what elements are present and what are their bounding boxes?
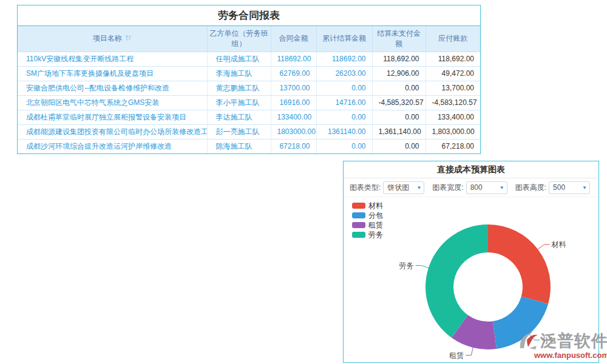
- chart-height-control: 图表高度: 500 ▼: [515, 181, 590, 194]
- column-header-unpaid_amount: 结算未支付金额: [372, 26, 426, 52]
- column-header-label: 乙方单位（劳务班组）: [210, 29, 268, 48]
- pie-slice-0[interactable]: [488, 224, 551, 304]
- cell-project: 成都沙河环境综合提升改造运河护岸维修改造: [18, 139, 207, 153]
- cell-settled_amount: 26203.00: [316, 66, 372, 81]
- legend-swatch: [352, 232, 365, 238]
- column-header-label: 累计结算金额: [322, 34, 366, 42]
- chart-type-control: 图表类型: 饼状图 ▼: [350, 181, 424, 194]
- chart-width-select[interactable]: 800 ▼: [466, 181, 507, 194]
- cell-contract_amount: 133400.00: [271, 110, 316, 124]
- chart-type-label: 图表类型:: [350, 183, 381, 193]
- label-leader-line: [416, 266, 429, 268]
- chart-width-control: 图表宽度: 800 ▼: [432, 181, 507, 194]
- chevron-down-icon: ▼: [500, 182, 504, 194]
- cell-settled_amount: 1361140.00: [316, 124, 372, 139]
- project-link[interactable]: 北京朝阳区电气中芯特气系统之GMS安装: [26, 98, 159, 107]
- slice-label: 劳务: [399, 261, 414, 270]
- watermark-brand: 泛普软件: [540, 333, 607, 349]
- labor-contract-report-panel: 劳务合同报表 项目名称乙方单位（劳务班组）合同金额累计结算金额结算未支付金额应付…: [17, 5, 481, 154]
- table-header-row: 项目名称乙方单位（劳务班组）合同金额累计结算金额结算未支付金额应付账款: [18, 26, 480, 52]
- cell-settled_amount: 0.00: [316, 81, 372, 95]
- slice-label: 租赁: [449, 351, 464, 360]
- legend-item-1[interactable]: 分包: [352, 211, 383, 220]
- column-header-payable_amount: 应付账款: [426, 26, 480, 52]
- label-leader-line: [466, 348, 473, 356]
- cell-contract_amount: 13700.00: [271, 81, 316, 95]
- column-header-unit: 乙方单位（劳务班组）: [207, 26, 271, 52]
- cell-project: SM广场地下车库更换摄像机及硬盘项目: [18, 66, 207, 81]
- project-link[interactable]: 成都沙河环境综合提升改造运河护岸维修改造: [26, 142, 172, 150]
- legend-label: 劳务: [368, 231, 383, 239]
- cell-unit: 任明成施工队: [207, 52, 271, 66]
- slice-label: 材料: [551, 240, 566, 249]
- legend-item-3[interactable]: 劳务: [352, 231, 383, 239]
- chart-title: 直接成本预算图表: [344, 161, 599, 178]
- cell-contract_amount: 67218.00: [271, 139, 316, 153]
- cell-unpaid_amount: 12,906.00: [372, 66, 426, 81]
- cell-contract_amount: 1803000.00: [271, 124, 316, 139]
- cell-settled_amount: 118692.00: [316, 52, 372, 66]
- cell-payable_amount: 133,400.00: [426, 110, 480, 124]
- table-row[interactable]: 安徽合肥供电公司--配电设备检修维护和改造黄志鹏施工队13700.000.000…: [18, 81, 480, 95]
- table-row[interactable]: 成都杜甫草堂临时展厅独立展柜报警设备安装项目李达施工队133400.000.00…: [18, 110, 480, 124]
- legend-item-0[interactable]: 材料: [352, 201, 383, 210]
- table-row[interactable]: 成都沙河环境综合提升改造运河护岸维修改造陈海施工队67218.000.000.0…: [18, 139, 480, 153]
- cell-settled_amount: 0.00: [316, 110, 372, 124]
- column-header-label: 项目名称: [93, 34, 122, 42]
- chart-width-label: 图表宽度:: [432, 183, 463, 193]
- label-leader-line: [538, 244, 549, 249]
- cell-unpaid_amount: -4,585,320.57: [372, 95, 426, 110]
- cell-payable_amount: 13,700.00: [426, 81, 480, 95]
- project-link[interactable]: 成都能源建设集团投资有限公司临时办公场所装修改造工程EPC: [26, 127, 207, 136]
- cell-payable_amount: 49,472.00: [426, 66, 480, 81]
- cell-unpaid_amount: 0.00: [372, 139, 426, 153]
- project-link[interactable]: SM广场地下车库更换摄像机及硬盘项目: [26, 69, 154, 78]
- cell-payable_amount: 118,692.00: [426, 52, 480, 66]
- report-title: 劳务合同报表: [18, 5, 480, 26]
- project-link[interactable]: 110kV安徽线程集变开断线路工程: [26, 55, 134, 63]
- report-table-body: 110kV安徽线程集变开断线路工程任明成施工队118692.00118692.0…: [18, 52, 480, 153]
- cell-payable_amount: 1,803,000.00: [426, 124, 480, 139]
- cell-unit: 黄志鹏施工队: [207, 81, 271, 95]
- cell-unpaid_amount: 0.00: [372, 110, 426, 124]
- cell-unit: 李小平施工队: [207, 95, 271, 110]
- chart-height-value: 500: [553, 183, 565, 192]
- chevron-down-icon: ▼: [416, 182, 421, 194]
- chart-type-select[interactable]: 饼状图 ▼: [383, 181, 424, 194]
- chart-height-select[interactable]: 500 ▼: [549, 181, 590, 194]
- project-link[interactable]: 成都杜甫草堂临时展厅独立展柜报警设备安装项目: [26, 113, 186, 121]
- column-header-project[interactable]: 项目名称: [18, 26, 207, 52]
- cell-unit: 李海施工队: [207, 66, 271, 81]
- report-table: 项目名称乙方单位（劳务班组）合同金额累计结算金额结算未支付金额应付账款 110k…: [18, 26, 480, 153]
- cell-contract_amount: 62769.00: [271, 66, 316, 81]
- column-header-label: 合同金额: [279, 34, 308, 42]
- cell-unit: 李达施工队: [207, 110, 271, 124]
- cell-unit: 彭一亮施工队: [207, 124, 271, 139]
- cell-payable_amount: 67,218.00: [426, 139, 480, 153]
- cell-settled_amount: 14716.00: [316, 95, 372, 110]
- watermark-top: 泛普软件: [518, 331, 607, 351]
- sort-icon[interactable]: [125, 35, 132, 43]
- legend-label: 材料: [368, 201, 383, 210]
- cell-unpaid_amount: 118,692.00: [372, 52, 426, 66]
- column-header-label: 应付账款: [438, 34, 467, 42]
- cell-contract_amount: 118692.00: [271, 52, 316, 66]
- cell-project: 成都杜甫草堂临时展厅独立展柜报警设备安装项目: [18, 110, 207, 124]
- cell-payable_amount: -4,583,120.57: [426, 95, 480, 110]
- column-header-settled_amount: 累计结算金额: [316, 26, 372, 52]
- cell-unpaid_amount: 0.00: [372, 81, 426, 95]
- cell-project: 成都能源建设集团投资有限公司临时办公场所装修改造工程EPC: [18, 124, 207, 139]
- legend-item-2[interactable]: 租赁: [352, 221, 383, 229]
- project-link[interactable]: 安徽合肥供电公司--配电设备检修维护和改造: [26, 84, 169, 92]
- chart-type-value: 饼状图: [387, 183, 409, 192]
- cell-project: 110kV安徽线程集变开断线路工程: [18, 52, 207, 66]
- fanpu-watermark: 泛普软件 www.fanpusoft.com: [518, 331, 607, 359]
- table-row[interactable]: 110kV安徽线程集变开断线路工程任明成施工队118692.00118692.0…: [18, 52, 480, 66]
- table-row[interactable]: SM广场地下车库更换摄像机及硬盘项目李海施工队62769.0026203.001…: [18, 66, 480, 81]
- fanpu-logo-icon: [518, 331, 539, 351]
- legend-swatch: [352, 222, 365, 228]
- table-row[interactable]: 北京朝阳区电气中芯特气系统之GMS安装李小平施工队16916.0014716.0…: [18, 95, 480, 110]
- chart-width-value: 800: [470, 183, 483, 192]
- table-row[interactable]: 成都能源建设集团投资有限公司临时办公场所装修改造工程EPC彭一亮施工队18030…: [18, 124, 480, 139]
- legend-swatch: [352, 203, 365, 209]
